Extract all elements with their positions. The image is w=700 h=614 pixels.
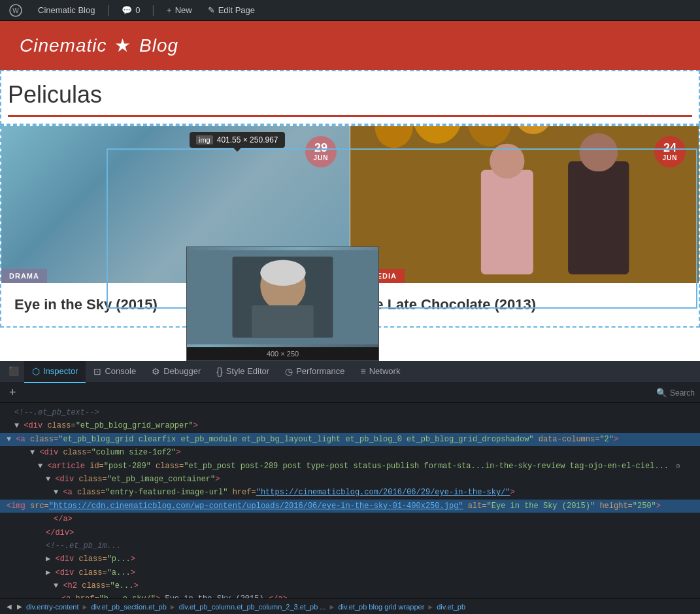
category-drama: DRAMA — [1, 269, 47, 283]
html-line: ▼ <h2 class="e...> — [7, 579, 693, 592]
collapse-arrow[interactable]: ▶ — [46, 554, 50, 564]
html-line-img-highlighted: <img src="https://cdn.cinematicblog.com/… — [0, 500, 700, 513]
html-line: <a href="h...e-sky/"> Eye in the Sky (20… — [7, 592, 693, 598]
devtools-icon-btn[interactable]: ⬛ — [3, 361, 24, 383]
collapse-arrow[interactable]: ▼ — [14, 421, 19, 430]
breadcrumb-item-last[interactable]: div.et_pb — [437, 603, 465, 611]
image-preview-popup: 400 × 250 — [186, 247, 379, 361]
breadcrumb-item-entry[interactable]: div.entry-content — [26, 603, 79, 611]
page-title: Peliculas — [8, 81, 692, 109]
scroll-icon[interactable]: ⊙ — [676, 462, 680, 470]
edit-page-button[interactable]: ✎ Edit Page — [204, 3, 259, 18]
svg-rect-7 — [481, 170, 533, 275]
tooltip-dimensions: 401.55 × 250.967 — [217, 135, 278, 145]
inspector-icon: ⬡ — [32, 366, 40, 377]
tab-debugger[interactable]: ⚙ Debugger — [144, 361, 208, 383]
performance-label: Performance — [296, 366, 344, 376]
tab-network[interactable]: ≡ Network — [353, 361, 408, 383]
tooltip-tag: img — [196, 135, 213, 145]
site-title: Cinematic ★ Blog — [20, 35, 178, 56]
title-underline — [8, 115, 692, 117]
new-button[interactable]: + New — [163, 3, 196, 18]
html-line: ▼ <div class="et_pb_blog_grid_wrapper"> — [7, 419, 693, 432]
debugger-icon: ⚙ — [152, 366, 160, 377]
svg-point-14 — [260, 260, 306, 286]
date-badge-comedia: 24 JUN — [654, 136, 686, 167]
img-src-link[interactable]: "https://cdn.cinematicblog.com/wp-conten… — [49, 502, 463, 511]
collapse-arrow[interactable]: ▼ — [54, 488, 58, 497]
img-tooltip: img 401.55 × 250.967 — [190, 132, 285, 148]
html-line: </a> — [7, 513, 693, 526]
comment-icon: 💬 — [122, 5, 132, 15]
breadcrumb-item-section[interactable]: div.et_pb_section.et_pb — [91, 603, 166, 611]
breadcrumb-item-wrapper[interactable]: div.et_pb blog grid wrapper — [338, 603, 424, 611]
html-line: <!--.et_pb_text--> — [7, 406, 693, 419]
tab-console[interactable]: ⊡ Console — [86, 361, 144, 383]
html-line: ▼ <article id="post-289" class="et_pb_po… — [7, 460, 693, 473]
card-content-comedia: Me Late Chocolate (2013) — [350, 283, 699, 326]
tab-style-editor[interactable]: {} Style Editor — [208, 361, 277, 383]
pencil-icon: ✎ — [208, 5, 215, 15]
network-label: Network — [369, 366, 401, 376]
blog-card-comedia: 24 JUN COMEDIA Me Late Chocolate (2013) — [350, 126, 699, 326]
html-line: ▶ <div class="a...> — [7, 566, 693, 579]
add-node-button[interactable]: + — [5, 384, 20, 401]
breadcrumb-bar: ◀ ▶ div.entry-content ► div.et_pb_sectio… — [0, 598, 700, 614]
breadcrumb-right-arrow[interactable]: ▶ — [16, 603, 24, 610]
date-day-comedia: 24 — [663, 142, 676, 155]
breadcrumb-sep-1: ► — [82, 603, 89, 611]
comments-count: 0 — [135, 5, 140, 15]
html-line: ▼ <div class="et_pb_image_container"> — [7, 473, 693, 486]
collapse-arrow[interactable]: ▼ — [7, 435, 11, 444]
separator-2: | — [152, 3, 155, 17]
collapse-arrow[interactable]: ▼ — [46, 475, 50, 484]
search-icon: 🔍 — [656, 388, 667, 398]
tab-inspector[interactable]: ⬡ Inspector — [24, 361, 86, 383]
breadcrumb-sep-4: ► — [427, 603, 434, 611]
html-line: ▼ <div class="column size-1of2"> — [7, 446, 693, 459]
website-preview: Cinematic ★ Blog Peliculas img 401.55 × … — [0, 21, 700, 361]
date-badge-drama: 29 JUN — [305, 136, 337, 167]
devtools-secondary-toolbar: + 🔍 Search — [0, 383, 700, 403]
card-title-comedia: Me Late Chocolate (2013) — [363, 296, 686, 313]
image-preview-content — [187, 247, 378, 347]
debugger-label: Debugger — [163, 366, 201, 376]
site-title-star: ★ — [114, 35, 131, 56]
link-eye-sky[interactable]: "https://cinematicblog.com/2016/06/29/ey… — [256, 488, 510, 497]
style-editor-label: Style Editor — [226, 366, 269, 376]
breadcrumb-left-arrow[interactable]: ◀ — [5, 603, 13, 610]
tab-performance[interactable]: ◷ Performance — [277, 361, 352, 383]
date-month-drama: JUN — [313, 154, 328, 162]
card-image-comedia: 24 JUN COMEDIA — [350, 126, 699, 283]
site-name-button[interactable]: Cinematic Blog — [34, 3, 99, 18]
search-label: Search — [670, 388, 695, 398]
date-day-drama: 29 — [314, 142, 327, 155]
wp-logo-button[interactable]: W — [5, 1, 26, 20]
console-icon: ⊡ — [93, 366, 101, 377]
separator-1: | — [107, 3, 110, 17]
comments-button[interactable]: 💬 0 — [118, 3, 144, 18]
new-label: New — [175, 5, 192, 15]
network-icon: ≡ — [361, 366, 366, 377]
devtools-html-content[interactable]: <!--.et_pb_text--> ▼ <div class="et_pb_b… — [0, 403, 700, 598]
site-title-cinematic: Cinematic — [20, 35, 107, 56]
collapse-arrow[interactable]: ▼ — [30, 448, 35, 457]
svg-rect-9 — [568, 161, 629, 274]
style-editor-icon: {} — [216, 366, 222, 377]
svg-rect-15 — [252, 305, 313, 338]
site-title-blog: Blog — [139, 35, 178, 56]
breadcrumb-sep-2: ► — [169, 603, 176, 611]
collapse-arrow[interactable]: ▼ — [38, 462, 42, 471]
page-title-area: Peliculas — [0, 70, 700, 125]
inspector-label: Inspector — [43, 366, 78, 376]
preview-image-svg — [187, 250, 378, 345]
html-line-highlighted: ▼ <a class="et_pb_blog_grid clearfix et_… — [0, 433, 700, 446]
date-month-comedia: JUN — [662, 154, 677, 162]
search-box[interactable]: 🔍 Search — [656, 388, 695, 398]
html-line: ▼ <a class="entry-featured-image-url" hr… — [7, 486, 693, 499]
html-line: </div> — [7, 526, 693, 539]
breadcrumb-item-column[interactable]: div.et_pb_column.et_pb_column_2_3.et_pb … — [179, 603, 326, 611]
collapse-arrow[interactable]: ▼ — [54, 581, 58, 590]
collapse-arrow[interactable]: ▶ — [46, 568, 50, 577]
site-name-label: Cinematic Blog — [38, 5, 95, 15]
